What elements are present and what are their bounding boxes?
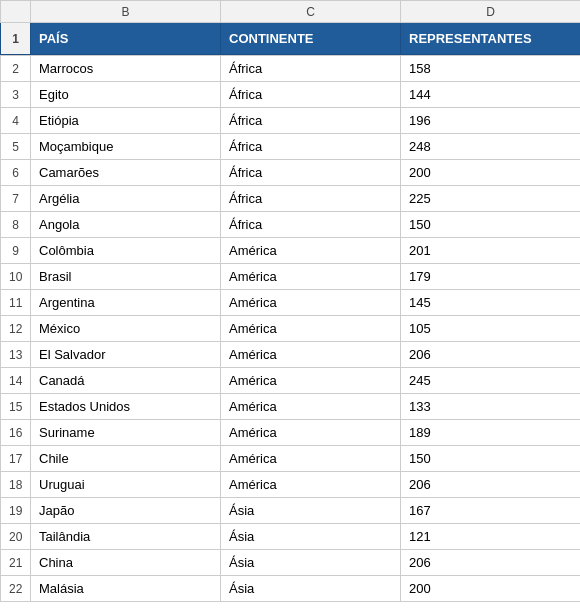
data-table: 2MarrocosÁfrica1583EgitoÁfrica1444Etiópi…	[0, 55, 580, 602]
row-number: 12	[1, 316, 31, 342]
row-number: 17	[1, 446, 31, 472]
header-continente: CONTINENTE	[221, 23, 401, 55]
cell-continente: África	[221, 82, 401, 108]
cell-continente: América	[221, 264, 401, 290]
table-row: 10BrasilAmérica179	[1, 264, 581, 290]
cell-continente: América	[221, 394, 401, 420]
table-row: 5MoçambiqueÁfrica248	[1, 134, 581, 160]
cell-pais: Suriname	[31, 420, 221, 446]
table-row: 22MalásiaÁsia200	[1, 576, 581, 602]
row-number: 6	[1, 160, 31, 186]
table-row: 7ArgéliaÁfrica225	[1, 186, 581, 212]
cell-continente: Ásia	[221, 550, 401, 576]
row-number: 8	[1, 212, 31, 238]
table-row: 17ChileAmérica150	[1, 446, 581, 472]
cell-representantes: 196	[401, 108, 581, 134]
cell-representantes: 200	[401, 576, 581, 602]
table-row: 11ArgentinaAmérica145	[1, 290, 581, 316]
cell-continente: Ásia	[221, 524, 401, 550]
row-number: 21	[1, 550, 31, 576]
table-row: 8AngolaÁfrica150	[1, 212, 581, 238]
cell-continente: África	[221, 56, 401, 82]
table-row: 16SurinameAmérica189	[1, 420, 581, 446]
table-row: 4EtiópiaÁfrica196	[1, 108, 581, 134]
cell-representantes: 133	[401, 394, 581, 420]
cell-continente: África	[221, 108, 401, 134]
cell-pais: Canadá	[31, 368, 221, 394]
cell-representantes: 206	[401, 472, 581, 498]
cell-pais: El Salvador	[31, 342, 221, 368]
cell-pais: China	[31, 550, 221, 576]
row-number: 16	[1, 420, 31, 446]
row-number: 10	[1, 264, 31, 290]
cell-pais: México	[31, 316, 221, 342]
table-row: 2MarrocosÁfrica158	[1, 56, 581, 82]
cell-pais: Uruguai	[31, 472, 221, 498]
col-c-header: C	[221, 1, 401, 23]
cell-representantes: 189	[401, 420, 581, 446]
cell-representantes: 179	[401, 264, 581, 290]
cell-pais: Malásia	[31, 576, 221, 602]
cell-pais: Egito	[31, 82, 221, 108]
cell-representantes: 145	[401, 290, 581, 316]
cell-pais: Argentina	[31, 290, 221, 316]
cell-pais: Camarões	[31, 160, 221, 186]
table-row: 12MéxicoAmérica105	[1, 316, 581, 342]
cell-representantes: 144	[401, 82, 581, 108]
cell-representantes: 248	[401, 134, 581, 160]
cell-representantes: 245	[401, 368, 581, 394]
table-row: 9ColômbiaAmérica201	[1, 238, 581, 264]
cell-continente: África	[221, 134, 401, 160]
header-representantes: REPRESENTANTES	[401, 23, 581, 55]
cell-continente: América	[221, 368, 401, 394]
table-row: 14CanadáAmérica245	[1, 368, 581, 394]
column-header-row: B C D	[1, 1, 581, 23]
row-number: 7	[1, 186, 31, 212]
cell-pais: Chile	[31, 446, 221, 472]
table-row: 6CamarõesÁfrica200	[1, 160, 581, 186]
cell-representantes: 206	[401, 342, 581, 368]
col-d-header: D	[401, 1, 581, 23]
table-row: 18UruguaiAmérica206	[1, 472, 581, 498]
row-number: 13	[1, 342, 31, 368]
cell-representantes: 105	[401, 316, 581, 342]
corner-cell	[1, 1, 31, 23]
cell-representantes: 201	[401, 238, 581, 264]
cell-pais: Argélia	[31, 186, 221, 212]
cell-continente: América	[221, 316, 401, 342]
table-row: 13El SalvadorAmérica206	[1, 342, 581, 368]
row-number: 2	[1, 56, 31, 82]
cell-representantes: 158	[401, 56, 581, 82]
row-number: 14	[1, 368, 31, 394]
cell-continente: África	[221, 186, 401, 212]
cell-pais: Marrocos	[31, 56, 221, 82]
cell-continente: Ásia	[221, 576, 401, 602]
cell-representantes: 121	[401, 524, 581, 550]
row-number: 5	[1, 134, 31, 160]
table-row: 19JapãoÁsia167	[1, 498, 581, 524]
cell-continente: América	[221, 290, 401, 316]
cell-pais: Japão	[31, 498, 221, 524]
cell-representantes: 167	[401, 498, 581, 524]
row-number: 15	[1, 394, 31, 420]
cell-pais: Angola	[31, 212, 221, 238]
cell-pais: Estados Unidos	[31, 394, 221, 420]
row-number: 19	[1, 498, 31, 524]
table-row: 15Estados UnidosAmérica133	[1, 394, 581, 420]
row-number: 4	[1, 108, 31, 134]
table-row: 20TailândiaÁsia121	[1, 524, 581, 550]
cell-continente: África	[221, 212, 401, 238]
row-number: 11	[1, 290, 31, 316]
cell-continente: América	[221, 446, 401, 472]
row-number: 22	[1, 576, 31, 602]
row-number: 3	[1, 82, 31, 108]
cell-pais: Moçambique	[31, 134, 221, 160]
header-pais: PAÍS	[31, 23, 221, 55]
cell-continente: América	[221, 342, 401, 368]
cell-representantes: 150	[401, 446, 581, 472]
cell-representantes: 200	[401, 160, 581, 186]
table-row: 3EgitoÁfrica144	[1, 82, 581, 108]
cell-continente: América	[221, 420, 401, 446]
cell-pais: Brasil	[31, 264, 221, 290]
col-b-header: B	[31, 1, 221, 23]
